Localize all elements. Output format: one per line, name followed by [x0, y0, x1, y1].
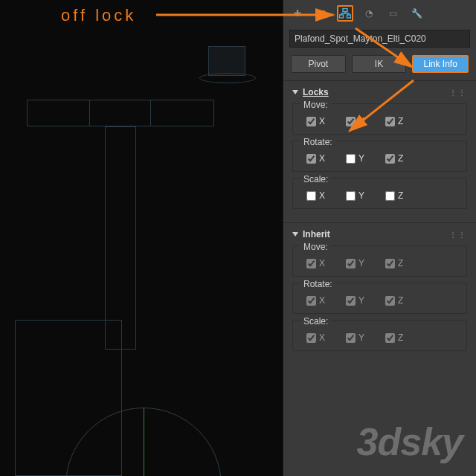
inherit-scale-z[interactable]: Z [385, 332, 403, 343]
inherit-move-group: Move: X Y Z [292, 245, 467, 277]
inherit-move-x[interactable]: X [306, 258, 325, 268]
caret-down-icon [292, 232, 298, 237]
inherit-rotate-label: Rotate: [300, 279, 335, 289]
panel-tab-toolbar: ✚ ◧ ◔ ▭ 🔧 [283, 0, 476, 27]
locks-rotate-x[interactable]: X [306, 153, 325, 164]
wireframe-lamp-head [208, 46, 245, 76]
locks-scale-label: Scale: [300, 174, 331, 184]
locks-rotate-group: Rotate: X Y Z [292, 141, 467, 172]
command-panel: ✚ ◧ ◔ ▭ 🔧 Pivot IK Link Info Locks ⋮⋮ Mo… [283, 0, 476, 476]
rollup-locks: Locks ⋮⋮ Move: X Y Z Rotate: X Y Z Scale… [283, 80, 476, 222]
inherit-rotate-z[interactable]: Z [385, 295, 403, 306]
locks-scale-x[interactable]: X [306, 190, 325, 201]
rollup-dots-icon: ⋮⋮ [449, 231, 467, 239]
tab-link-info[interactable]: Link Info [412, 55, 469, 73]
locks-move-group: Move: X Y Z [292, 103, 467, 135]
inherit-scale-group: Scale: X Y Z [292, 320, 467, 351]
motion-tab-icon[interactable]: ◔ [361, 5, 377, 22]
tab-ik[interactable]: IK [352, 55, 407, 73]
object-name-field[interactable] [289, 30, 470, 48]
inherit-move-label: Move: [300, 242, 331, 252]
inherit-scale-y[interactable]: Y [346, 332, 364, 343]
inherit-move-z[interactable]: Z [385, 258, 403, 268]
utilities-tab-icon[interactable]: 🔧 [408, 5, 425, 22]
watermark: 3dsky [357, 419, 463, 464]
rollup-inherit: Inherit ⋮⋮ Move: X Y Z Rotate: X Y Z Sca… [283, 222, 476, 364]
locks-rotate-y[interactable]: Y [346, 153, 364, 164]
inherit-rotate-x[interactable]: X [306, 295, 325, 306]
inherit-scale-x[interactable]: X [306, 332, 325, 343]
locks-move-label: Move: [300, 100, 331, 110]
locks-move-z[interactable]: Z [385, 116, 403, 126]
locks-rotate-z[interactable]: Z [385, 153, 403, 164]
locks-move-x[interactable]: X [306, 116, 325, 126]
tab-pivot[interactable]: Pivot [291, 55, 346, 73]
rollup-inherit-title: Inherit [303, 229, 330, 239]
svg-rect-2 [347, 15, 351, 18]
annotation-label: off lock [61, 6, 136, 25]
rollup-locks-title: Locks [303, 87, 329, 97]
locks-move-y[interactable]: Y [346, 116, 364, 126]
svg-rect-1 [340, 15, 344, 18]
locks-scale-y[interactable]: Y [346, 190, 364, 201]
wireframe-ellipse [199, 73, 256, 83]
viewport[interactable] [0, 0, 283, 476]
locks-scale-z[interactable]: Z [385, 190, 403, 201]
modify-tab-icon[interactable]: ◧ [313, 5, 329, 22]
locks-scale-group: Scale: X Y Z [292, 178, 467, 209]
caret-down-icon [292, 90, 298, 94]
create-tab-icon[interactable]: ✚ [289, 5, 306, 22]
svg-rect-0 [343, 9, 347, 12]
inherit-rotate-group: Rotate: X Y Z [292, 283, 467, 314]
wireframe-bar [27, 100, 214, 126]
hierarchy-tab-icon[interactable] [337, 5, 353, 22]
wireframe-stem [105, 126, 136, 350]
display-tab-icon[interactable]: ▭ [385, 5, 401, 22]
transform-gizmo-y-axis [144, 408, 144, 476]
hierarchy-subtabs: Pivot IK Link Info [283, 55, 476, 80]
rollup-dots-icon: ⋮⋮ [449, 89, 467, 97]
locks-rotate-label: Rotate: [300, 137, 335, 147]
inherit-scale-label: Scale: [300, 316, 331, 327]
inherit-rotate-y[interactable]: Y [346, 295, 364, 306]
inherit-move-y[interactable]: Y [346, 258, 364, 268]
